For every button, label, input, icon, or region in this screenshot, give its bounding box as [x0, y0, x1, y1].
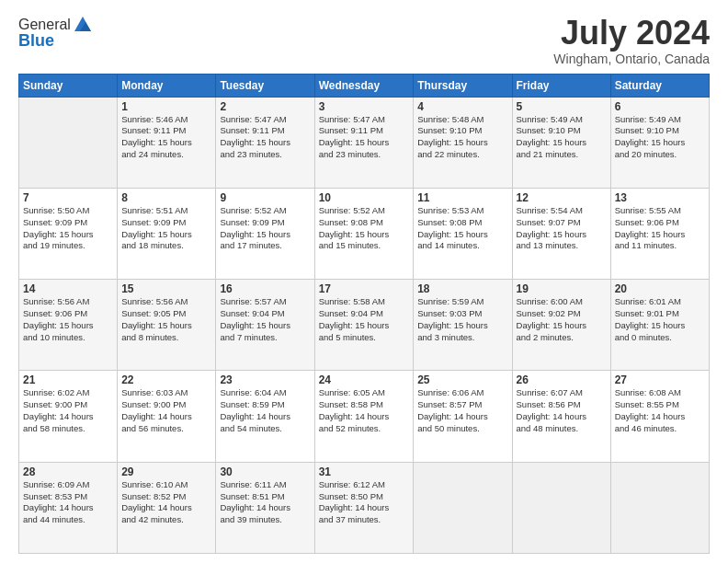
day-info: Sunrise: 6:09 AM Sunset: 8:53 PM Dayligh… [23, 479, 113, 526]
table-row: 25Sunrise: 6:06 AM Sunset: 8:57 PM Dayli… [414, 371, 512, 462]
day-info: Sunrise: 6:04 AM Sunset: 8:59 PM Dayligh… [220, 387, 310, 434]
day-info: Sunrise: 5:54 AM Sunset: 9:07 PM Dayligh… [517, 205, 607, 252]
table-row [19, 97, 118, 188]
day-number: 2 [220, 100, 310, 113]
day-number: 3 [319, 100, 410, 113]
calendar-header-row: Sunday Monday Tuesday Wednesday Thursday… [19, 74, 710, 97]
day-number: 27 [615, 373, 705, 386]
logo: General Blue [18, 15, 93, 51]
day-number: 11 [417, 191, 507, 204]
day-number: 18 [417, 282, 507, 295]
table-row: 11Sunrise: 5:53 AM Sunset: 9:08 PM Dayli… [414, 188, 512, 279]
table-row: 12Sunrise: 5:54 AM Sunset: 9:07 PM Dayli… [512, 188, 610, 279]
table-row: 28Sunrise: 6:09 AM Sunset: 8:53 PM Dayli… [19, 462, 118, 553]
day-number: 19 [517, 282, 607, 295]
table-row: 15Sunrise: 5:56 AM Sunset: 9:05 PM Dayli… [118, 280, 216, 371]
day-info: Sunrise: 5:49 AM Sunset: 9:10 PM Dayligh… [517, 114, 607, 161]
calendar-week-row: 28Sunrise: 6:09 AM Sunset: 8:53 PM Dayli… [19, 462, 710, 553]
table-row: 24Sunrise: 6:05 AM Sunset: 8:58 PM Dayli… [314, 371, 414, 462]
day-info: Sunrise: 6:10 AM Sunset: 8:52 PM Dayligh… [121, 479, 211, 526]
table-row: 6Sunrise: 5:49 AM Sunset: 9:10 PM Daylig… [610, 97, 709, 188]
table-row: 2Sunrise: 5:47 AM Sunset: 9:11 PM Daylig… [216, 97, 314, 188]
day-number: 13 [615, 191, 705, 204]
day-number: 6 [615, 100, 705, 113]
table-row: 13Sunrise: 5:55 AM Sunset: 9:06 PM Dayli… [610, 188, 709, 279]
day-number: 15 [121, 282, 211, 295]
day-number: 10 [319, 191, 410, 204]
day-info: Sunrise: 5:52 AM Sunset: 9:09 PM Dayligh… [220, 205, 310, 252]
day-info: Sunrise: 5:58 AM Sunset: 9:04 PM Dayligh… [319, 296, 410, 343]
day-info: Sunrise: 5:52 AM Sunset: 9:08 PM Dayligh… [319, 205, 410, 252]
day-info: Sunrise: 5:59 AM Sunset: 9:03 PM Dayligh… [417, 296, 507, 343]
table-row: 4Sunrise: 5:48 AM Sunset: 9:10 PM Daylig… [414, 97, 512, 188]
calendar-week-row: 1Sunrise: 5:46 AM Sunset: 9:11 PM Daylig… [19, 97, 710, 188]
calendar-week-row: 21Sunrise: 6:02 AM Sunset: 9:00 PM Dayli… [19, 371, 710, 462]
table-row: 7Sunrise: 5:50 AM Sunset: 9:09 PM Daylig… [19, 188, 118, 279]
day-number: 9 [220, 191, 310, 204]
table-row: 27Sunrise: 6:08 AM Sunset: 8:55 PM Dayli… [610, 371, 709, 462]
day-info: Sunrise: 5:49 AM Sunset: 9:10 PM Dayligh… [615, 114, 705, 161]
table-row [414, 462, 512, 553]
day-number: 23 [220, 373, 310, 386]
day-number: 30 [220, 465, 310, 478]
col-wednesday: Wednesday [314, 74, 414, 97]
table-row: 3Sunrise: 5:47 AM Sunset: 9:11 PM Daylig… [314, 97, 414, 188]
table-row [610, 462, 709, 553]
header: General Blue July 2024 Wingham, Ontario,… [18, 15, 710, 66]
day-number: 14 [23, 282, 113, 295]
location: Wingham, Ontario, Canada [553, 52, 710, 66]
col-tuesday: Tuesday [216, 74, 314, 97]
page: General Blue July 2024 Wingham, Ontario,… [0, 0, 728, 563]
day-number: 8 [121, 191, 211, 204]
table-row: 1Sunrise: 5:46 AM Sunset: 9:11 PM Daylig… [118, 97, 216, 188]
day-number: 25 [417, 373, 507, 386]
table-row: 31Sunrise: 6:12 AM Sunset: 8:50 PM Dayli… [314, 462, 414, 553]
day-number: 7 [23, 191, 113, 204]
day-info: Sunrise: 5:47 AM Sunset: 9:11 PM Dayligh… [220, 114, 310, 161]
day-number: 31 [319, 465, 410, 478]
day-info: Sunrise: 5:47 AM Sunset: 9:11 PM Dayligh… [319, 114, 410, 161]
table-row [512, 462, 610, 553]
day-number: 29 [121, 465, 211, 478]
day-number: 12 [517, 191, 607, 204]
day-number: 1 [121, 100, 211, 113]
day-number: 28 [23, 465, 113, 478]
table-row: 16Sunrise: 5:57 AM Sunset: 9:04 PM Dayli… [216, 280, 314, 371]
day-info: Sunrise: 6:06 AM Sunset: 8:57 PM Dayligh… [417, 387, 507, 434]
table-row: 20Sunrise: 6:01 AM Sunset: 9:01 PM Dayli… [610, 280, 709, 371]
col-friday: Friday [512, 74, 610, 97]
day-info: Sunrise: 6:05 AM Sunset: 8:58 PM Dayligh… [319, 387, 410, 434]
col-monday: Monday [118, 74, 216, 97]
table-row: 10Sunrise: 5:52 AM Sunset: 9:08 PM Dayli… [314, 188, 414, 279]
table-row: 18Sunrise: 5:59 AM Sunset: 9:03 PM Dayli… [414, 280, 512, 371]
table-row: 9Sunrise: 5:52 AM Sunset: 9:09 PM Daylig… [216, 188, 314, 279]
day-info: Sunrise: 5:46 AM Sunset: 9:11 PM Dayligh… [121, 114, 211, 161]
table-row: 26Sunrise: 6:07 AM Sunset: 8:56 PM Dayli… [512, 371, 610, 462]
day-info: Sunrise: 6:01 AM Sunset: 9:01 PM Dayligh… [615, 296, 705, 343]
table-row: 14Sunrise: 5:56 AM Sunset: 9:06 PM Dayli… [19, 280, 118, 371]
col-sunday: Sunday [19, 74, 118, 97]
title-block: July 2024 Wingham, Ontario, Canada [553, 15, 710, 66]
day-number: 22 [121, 373, 211, 386]
day-number: 20 [615, 282, 705, 295]
day-info: Sunrise: 6:00 AM Sunset: 9:02 PM Dayligh… [517, 296, 607, 343]
calendar-week-row: 7Sunrise: 5:50 AM Sunset: 9:09 PM Daylig… [19, 188, 710, 279]
day-info: Sunrise: 6:02 AM Sunset: 9:00 PM Dayligh… [23, 387, 113, 434]
day-info: Sunrise: 6:12 AM Sunset: 8:50 PM Dayligh… [319, 479, 410, 526]
table-row: 23Sunrise: 6:04 AM Sunset: 8:59 PM Dayli… [216, 371, 314, 462]
day-info: Sunrise: 5:53 AM Sunset: 9:08 PM Dayligh… [417, 205, 507, 252]
table-row: 5Sunrise: 5:49 AM Sunset: 9:10 PM Daylig… [512, 97, 610, 188]
table-row: 29Sunrise: 6:10 AM Sunset: 8:52 PM Dayli… [118, 462, 216, 553]
day-info: Sunrise: 6:03 AM Sunset: 9:00 PM Dayligh… [121, 387, 211, 434]
month-title: July 2024 [553, 15, 710, 52]
day-info: Sunrise: 6:08 AM Sunset: 8:55 PM Dayligh… [615, 387, 705, 434]
calendar-table: Sunday Monday Tuesday Wednesday Thursday… [18, 74, 710, 554]
col-thursday: Thursday [414, 74, 512, 97]
day-number: 26 [517, 373, 607, 386]
day-number: 16 [220, 282, 310, 295]
table-row: 8Sunrise: 5:51 AM Sunset: 9:09 PM Daylig… [118, 188, 216, 279]
day-number: 24 [319, 373, 410, 386]
table-row: 22Sunrise: 6:03 AM Sunset: 9:00 PM Dayli… [118, 371, 216, 462]
day-info: Sunrise: 5:48 AM Sunset: 9:10 PM Dayligh… [417, 114, 507, 161]
day-info: Sunrise: 6:11 AM Sunset: 8:51 PM Dayligh… [220, 479, 310, 526]
